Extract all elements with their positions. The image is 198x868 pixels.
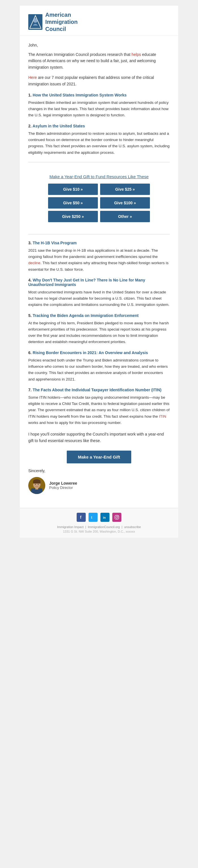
cta-section: Make a Year-End Gift: [28, 451, 170, 463]
item-3: 3. The H-1B Visa Program 2021 saw the la…: [28, 241, 170, 273]
item-6-link[interactable]: Rising Border Encounters in 2021: An Ove…: [33, 350, 148, 355]
immigration-impact-link[interactable]: Immigration Impact: [57, 525, 84, 529]
item-3-title: 3. The H-1B Visa Program: [28, 241, 170, 245]
donate-50-button[interactable]: Give $50 »: [48, 197, 98, 209]
sincerely-text: Sincerely,: [28, 468, 170, 473]
avatar-image: [28, 477, 45, 494]
item-5-title: 5. Tracking the Biden Agenda on Immigrat…: [28, 313, 170, 318]
divider-1: [28, 162, 170, 162]
item-7-text: Some ITIN holders—who include tax-paying…: [28, 395, 170, 426]
linkedin-icon[interactable]: in: [101, 513, 110, 522]
svg-point-10: [38, 484, 39, 485]
item-2: 2. Asylum in the United States The Biden…: [28, 124, 170, 156]
item-3-link[interactable]: The H-1B Visa Program: [33, 241, 77, 245]
item-4-title: 4. Why Don't They Just Get In Line? Ther…: [28, 278, 170, 287]
item-7-title: 7. The Facts About the Individual Taxpay…: [28, 388, 170, 392]
item-1-link[interactable]: How the United States Immigration System…: [33, 93, 127, 97]
sig-name: Jorge Loweree: [49, 481, 77, 486]
year-end-gift-button[interactable]: Make a Year-End Gift: [67, 451, 131, 463]
svg-text:in: in: [103, 516, 106, 519]
item-6-title: 6. Rising Border Encounters in 2021: An …: [28, 350, 170, 355]
donate-other-button[interactable]: Other »: [100, 211, 150, 222]
item-2-link[interactable]: Asylum in the United States: [33, 124, 85, 128]
highlight-helps: helps: [131, 52, 141, 57]
facebook-icon[interactable]: f: [77, 513, 86, 522]
greeting: John,: [28, 43, 170, 48]
item-5: 5. Tracking the Biden Agenda on Immigrat…: [28, 313, 170, 345]
donation-section: Make a Year-End Gift to Fund Resources L…: [28, 168, 170, 228]
email-header: American Immigration Council: [20, 6, 178, 36]
svg-point-2: [33, 18, 38, 23]
donation-grid: Give $10 » Give $25 » Give $50 » Give $1…: [48, 184, 150, 222]
avatar: [28, 477, 45, 494]
intro-paragraph: The American Immigration Council produce…: [28, 51, 170, 70]
footer-address: 1331 G St. NW Suite 200, Washington, D.C…: [26, 530, 172, 533]
donate-25-button[interactable]: Give $25 »: [100, 184, 150, 195]
item-7: 7. The Facts About the Individual Taxpay…: [28, 388, 170, 426]
svg-rect-14: [115, 515, 119, 519]
footer-links: Immigration Impact | ImmigrationCouncil.…: [26, 525, 172, 529]
donate-10-button[interactable]: Give $10 »: [48, 184, 98, 195]
logo: American Immigration Council: [28, 11, 78, 33]
donate-100-button[interactable]: Give $100 »: [100, 197, 150, 209]
svg-text:f: f: [80, 515, 81, 520]
instagram-icon[interactable]: [112, 513, 121, 522]
sig-title: Policy Director: [49, 486, 77, 490]
item-6-text: Policies enacted both under the Trump an…: [28, 357, 170, 382]
highlight-decline: decline: [28, 261, 40, 265]
svg-rect-8: [33, 481, 40, 484]
logo-text: American Immigration Council: [45, 11, 78, 33]
email-footer: f t in Immigration Impact | ImmigrationC…: [20, 508, 178, 538]
item-5-link[interactable]: Tracking the Biden Agenda on Immigration…: [33, 313, 138, 318]
item-4-link[interactable]: Why Don't They Just Get In Line? There I…: [28, 278, 145, 287]
donate-250-button[interactable]: Give $250 »: [48, 211, 98, 222]
aic-logo-icon: [28, 14, 42, 30]
unsubscribe-link[interactable]: unsubscribe: [124, 525, 141, 529]
email-body: John, The American Immigration Council p…: [20, 36, 178, 508]
item-3-text: 2021 saw the largest drop in H-1B visa a…: [28, 247, 170, 273]
item-2-title: 2. Asylum in the United States: [28, 124, 170, 128]
twitter-icon[interactable]: t: [88, 513, 97, 522]
social-icons: f t in: [26, 513, 172, 522]
email-container: American Immigration Council John, The A…: [20, 6, 178, 538]
item-2-text: The Biden administration promised to res…: [28, 130, 170, 156]
svg-point-16: [118, 516, 118, 517]
sig-text: Jorge Loweree Policy Director: [49, 481, 77, 490]
closing-paragraph: I hope you'll consider supporting the Co…: [28, 431, 170, 444]
svg-text:t: t: [91, 516, 92, 520]
item-6: 6. Rising Border Encounters in 2021: An …: [28, 350, 170, 382]
item-4: 4. Why Don't They Just Get In Line? Ther…: [28, 278, 170, 308]
item-7-link[interactable]: The Facts About the Individual Taxpayer …: [33, 388, 161, 392]
divider-2: [28, 234, 170, 235]
svg-point-15: [116, 516, 118, 518]
highlight-here: Here: [28, 75, 37, 80]
item-4-text: Most undocumented immigrants have lived …: [28, 289, 170, 308]
donation-title-link[interactable]: Make a Year-End Gift to Fund Resources L…: [37, 174, 161, 179]
highlight-itin: ITIN: [159, 414, 166, 418]
immigration-council-link[interactable]: ImmigrationCouncil.org: [88, 525, 120, 529]
signature: Jorge Loweree Policy Director: [28, 477, 170, 494]
item-5-text: At the beginning of his term, President …: [28, 320, 170, 345]
item-1-text: President Biden inherited an immigration…: [28, 100, 170, 119]
svg-point-9: [35, 484, 36, 485]
item-1-title: 1. How the United States Immigration Sys…: [28, 93, 170, 97]
item-1: 1. How the United States Immigration Sys…: [28, 93, 170, 119]
section-intro: Here are our 7 most popular explainers t…: [28, 74, 170, 87]
